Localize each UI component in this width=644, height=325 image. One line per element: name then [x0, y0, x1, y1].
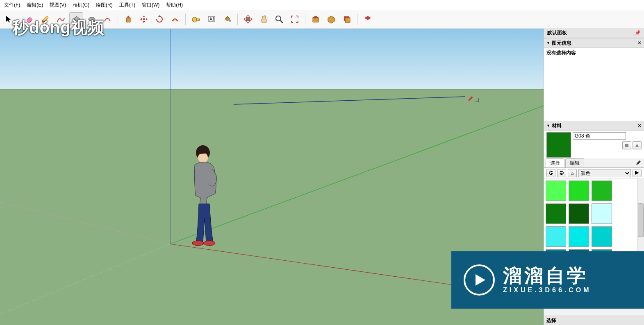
arc-tool[interactable] [100, 12, 114, 26]
viewport-3d[interactable] [0, 28, 544, 325]
menu-window[interactable]: 窗口(W) [139, 1, 163, 9]
svg-rect-31 [625, 144, 628, 147]
toolbar-separator [185, 14, 186, 25]
svg-marker-19 [364, 16, 371, 20]
material-swatch[interactable] [569, 249, 589, 270]
pan-tool[interactable] [257, 12, 271, 26]
scene-canvas [0, 28, 544, 325]
svg-rect-21 [0, 89, 544, 325]
warehouse-tool[interactable] [309, 12, 323, 26]
orbit-tool[interactable] [241, 12, 255, 26]
toolbar-separator [19, 14, 19, 25]
create-material-button[interactable] [622, 141, 631, 149]
tray-panel: 默认面板 📌 ▼ 图元信息 ✕ 没有选择内容 ▼ 材料 ✕ [544, 28, 644, 325]
toolbar-separator [118, 14, 118, 25]
menu-file[interactable]: 文件(F) [1, 1, 23, 9]
material-swatch[interactable] [592, 181, 612, 201]
forward-button[interactable]: ⮊ [557, 169, 566, 177]
select-panel-header[interactable]: 选择 [544, 316, 644, 325]
scrollbar[interactable] [637, 179, 644, 299]
tray-title-label: 默认面板 [547, 29, 567, 36]
menu-edit[interactable]: 编辑(E) [23, 1, 46, 9]
select-tool[interactable] [2, 12, 16, 26]
svg-rect-3 [126, 18, 130, 22]
paint-bucket-tool[interactable] [220, 12, 234, 26]
text-tool[interactable]: A1 [205, 12, 218, 26]
layers-tool[interactable] [340, 12, 354, 26]
materials-header-label: 材料 [552, 122, 562, 129]
entity-info-body: 没有选择内容 [544, 48, 644, 121]
entity-info-header-label: 图元信息 [552, 40, 571, 47]
tape-measure-tool[interactable] [189, 12, 203, 26]
material-swatch[interactable] [592, 203, 612, 224]
svg-point-13 [276, 16, 281, 21]
materials-tab-edit[interactable]: 编辑 [565, 158, 584, 167]
default-material-button[interactable] [633, 141, 642, 149]
menu-help[interactable]: 帮助(H) [163, 1, 186, 9]
materials-body: 选择 编辑 ⮈ ⮊ ⌂ 颜色 ⯈ [544, 131, 644, 299]
scrollbar-thumb[interactable] [638, 203, 644, 237]
svg-marker-16 [328, 16, 335, 23]
menu-bar: 文件(F) 编辑(E) 视图(V) 相机(C) 绘图(R) 工具(T) 窗口(W… [0, 0, 644, 10]
materials-header[interactable]: ▼ 材料 ✕ [544, 121, 644, 131]
material-swatch[interactable] [569, 181, 589, 201]
rectangle-tool[interactable] [69, 12, 83, 26]
pin-icon[interactable]: 📌 [635, 30, 641, 36]
back-button[interactable]: ⮈ [546, 169, 555, 177]
svg-rect-18 [345, 18, 350, 23]
material-swatch[interactable] [546, 249, 566, 270]
rotate-tool[interactable] [152, 12, 166, 26]
materials-swatch-area [544, 179, 644, 299]
menu-draw[interactable]: 绘图(R) [93, 1, 116, 9]
zoom-tool[interactable] [272, 12, 286, 26]
menu-camera[interactable]: 相机(C) [69, 1, 93, 9]
collapse-icon: ▼ [546, 41, 550, 45]
current-material-swatch[interactable] [546, 132, 571, 158]
close-icon[interactable]: ✕ [637, 40, 642, 46]
material-swatch[interactable] [546, 226, 566, 247]
eraser-tool[interactable] [23, 12, 36, 26]
svg-rect-4 [143, 18, 145, 20]
materials-swatch-grid [546, 181, 642, 270]
pencil-tool[interactable] [38, 12, 52, 26]
menu-view[interactable]: 视图(V) [46, 1, 69, 9]
toolbar: A1 [0, 10, 644, 29]
entity-info-header[interactable]: ▼ 图元信息 ✕ [544, 38, 644, 48]
svg-rect-20 [0, 28, 544, 91]
svg-text:A1: A1 [209, 17, 215, 21]
svg-point-29 [192, 241, 204, 246]
material-swatch[interactable] [592, 249, 612, 270]
move-tool[interactable] [137, 12, 151, 26]
freehand-tool[interactable] [54, 12, 68, 26]
material-swatch[interactable] [546, 203, 566, 224]
extension-tool[interactable] [361, 12, 375, 26]
details-button[interactable]: ⯈ [633, 169, 642, 177]
circle-tool[interactable] [85, 12, 99, 26]
svg-line-14 [280, 20, 283, 23]
close-icon[interactable]: ✕ [637, 123, 642, 129]
tray-title[interactable]: 默认面板 📌 [544, 28, 644, 38]
material-swatch[interactable] [592, 226, 612, 247]
toolbar-separator [357, 14, 357, 25]
material-swatch[interactable] [546, 181, 566, 201]
pushpull-tool[interactable] [121, 12, 135, 26]
menu-tools[interactable]: 工具(T) [116, 1, 139, 9]
materials-toolbar: ⮈ ⮊ ⌂ 颜色 ⯈ [544, 168, 644, 179]
toolbar-separator [305, 14, 305, 25]
collapse-icon: ▼ [546, 124, 550, 128]
entity-info-text: 没有选择内容 [546, 50, 576, 56]
material-swatch[interactable] [569, 226, 589, 247]
components-tool[interactable] [324, 12, 338, 26]
zoom-extents-tool[interactable] [288, 12, 302, 26]
svg-point-30 [204, 241, 215, 246]
materials-collection-select[interactable]: 颜色 [578, 169, 631, 177]
materials-tab-select[interactable]: 选择 [546, 158, 564, 167]
svg-rect-6 [196, 19, 200, 20]
material-name-input[interactable] [573, 132, 626, 140]
svg-point-10 [246, 18, 250, 21]
material-swatch[interactable] [569, 203, 589, 224]
home-button[interactable]: ⌂ [568, 169, 577, 177]
offset-tool[interactable] [168, 12, 182, 26]
eyedropper-icon[interactable] [635, 160, 642, 167]
materials-tabs: 选择 编辑 [544, 158, 644, 168]
